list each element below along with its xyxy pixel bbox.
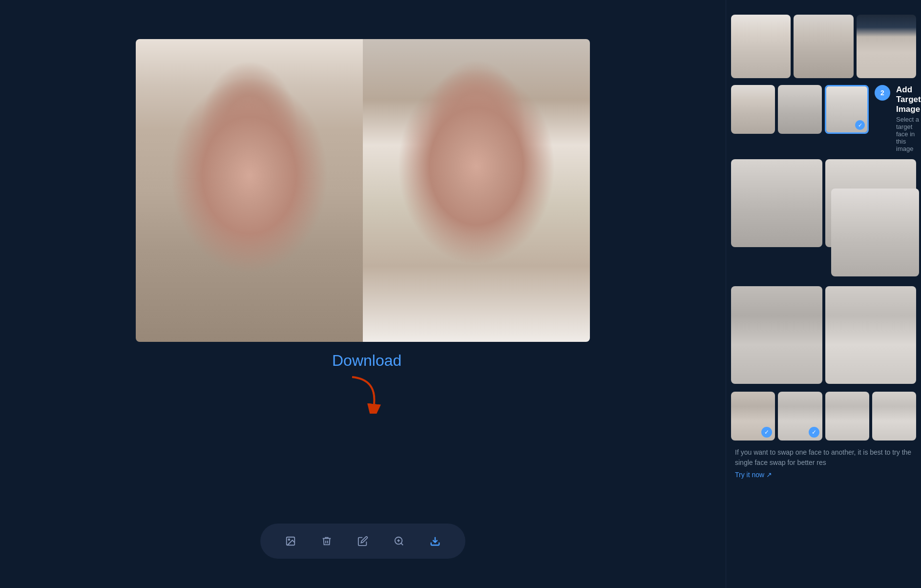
bottom-thumb-2-check: ✓ [809,427,819,438]
image-right [363,39,590,342]
info-text: If you want to swap one face to another,… [735,448,911,466]
thumb-2[interactable] [794,15,853,78]
bottom-thumb-4[interactable] [872,392,916,441]
bottom-thumb-3[interactable] [825,392,869,441]
step2-thumb-3-check: ✓ [855,120,865,130]
thumb-large-3[interactable] [831,189,919,276]
svg-line-4 [401,543,403,545]
step2-text: Add Target Image Select a target face in… [896,85,921,152]
toolbar-image-button[interactable] [280,530,301,552]
face-portrait-left [136,39,363,342]
right-sidebar: ✓ 2 Add Target Image Select a target fac… [726,0,921,588]
download-arrow [347,375,386,414]
info-text-block: If you want to swap one face to another,… [731,445,916,482]
step2-header: 2 Add Target Image Select a target face … [873,85,921,152]
download-tooltip-label: Download [332,352,401,370]
target-thumb-1[interactable] [731,286,822,384]
image-left [136,39,363,342]
toolbar-download-button[interactable] [424,530,446,552]
step2-title: Add Target Image [896,85,921,114]
download-tooltip: Download [332,352,401,414]
thumbnail-row-1 [731,15,916,78]
image-comparison-container [136,39,590,342]
try-link[interactable]: Try it now ↗ [735,470,912,480]
toolbar [260,524,465,559]
toolbar-delete-button[interactable] [316,530,337,552]
bottom-thumb-1[interactable]: ✓ [731,392,775,441]
target-grid [731,286,916,384]
bottom-thumb-2[interactable]: ✓ [778,392,822,441]
step2-thumb-3[interactable]: ✓ [825,85,869,134]
step2-badge: 2 [875,85,890,101]
thumb-large-1[interactable] [731,159,822,247]
step2-thumb-1[interactable] [731,85,775,134]
svg-point-2 [288,539,290,540]
toolbar-zoom-button[interactable] [388,530,410,552]
toolbar-edit-button[interactable] [352,530,374,552]
thumb-3[interactable] [857,15,916,78]
main-area: Download [0,0,726,588]
face-portrait-right [363,39,590,342]
step2-thumb-row: ✓ [731,85,869,134]
step2-subtitle: Select a target face in this image [896,116,921,152]
target-thumb-2[interactable] [825,286,917,384]
step2-thumb-2[interactable] [778,85,822,134]
thumb-1[interactable] [731,15,791,78]
bottom-thumb-row: ✓ ✓ [731,392,916,441]
